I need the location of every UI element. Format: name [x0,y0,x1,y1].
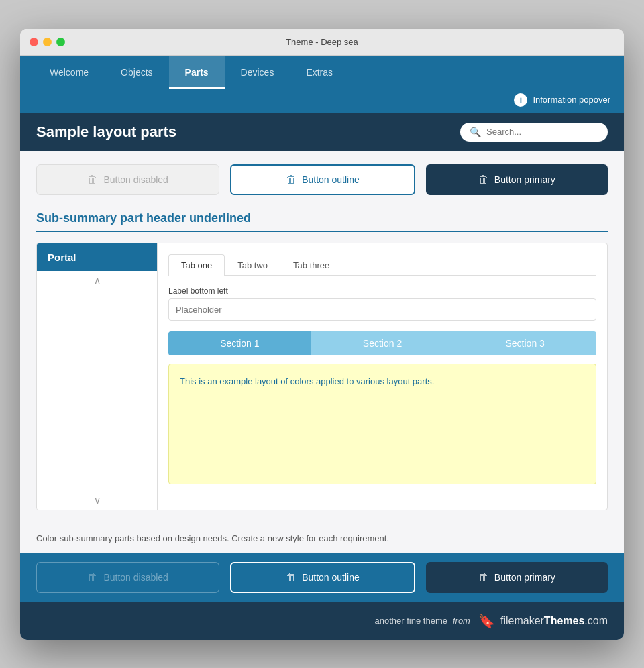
header-bar: Sample layout parts 🔍 [20,113,624,151]
field-input[interactable] [168,298,596,321]
sections-row: Section 1 Section 2 Section 3 [168,331,596,355]
search-icon: 🔍 [470,127,481,137]
yellow-note: This is an example layout of colors appl… [168,364,596,484]
main-panel: Portal ∧ ∨ Tab one Tab two Tab three [36,243,608,510]
right-panel: Tab one Tab two Tab three Label bottom l… [158,243,607,510]
portal-header: Portal [37,243,157,271]
brand-prefix: another fine theme [375,616,447,626]
titlebar: Theme - Deep sea [20,29,624,56]
info-bar: i Information popover [20,89,624,113]
section-2-button[interactable]: Section 2 [311,331,454,355]
brand-name: filemakerThemes.com [500,615,608,627]
section-1-button[interactable]: Section 1 [168,331,311,355]
description-text: Color sub-summary parts based on design … [20,524,624,553]
nav-tab-extras[interactable]: Extras [290,56,349,89]
brand-from: from [453,616,470,626]
tabs-bar: Tab one Tab two Tab three [168,254,596,276]
top-buttons-row: 🗑 Button disabled 🗑 Button outline 🗑 But… [36,164,608,195]
tab-one[interactable]: Tab one [168,254,225,276]
field-label: Label bottom left [168,286,596,296]
brand-logo-icon: 🔖 [478,613,495,629]
button-outline-top[interactable]: 🗑 Button outline [230,164,415,195]
trash-icon-outline: 🗑 [286,174,297,186]
section-3-button[interactable]: Section 3 [453,331,596,355]
search-input[interactable] [486,127,598,137]
trash-icon-primary: 🗑 [478,174,489,186]
trash-icon-outline-bottom: 🗑 [286,571,297,583]
portal-body [37,290,157,491]
button-primary-bottom[interactable]: 🗑 Button primary [426,562,608,593]
button-outline-bottom[interactable]: 🗑 Button outline [230,562,415,593]
nav-tab-objects[interactable]: Objects [105,56,168,89]
footer-brand: another fine theme from 🔖 filemakerTheme… [20,602,624,640]
button-primary-top[interactable]: 🗑 Button primary [426,164,608,195]
tab-two[interactable]: Tab two [225,254,280,276]
portal-sidebar: Portal ∧ ∨ [37,243,158,510]
footer-buttons-bar: 🗑 Button disabled 🗑 Button outline 🗑 But… [20,553,624,602]
trash-icon-primary-bottom: 🗑 [478,571,489,583]
maximize-button[interactable] [56,38,65,46]
portal-scroll-up[interactable]: ∧ [37,271,157,290]
info-label: Information popover [533,95,610,105]
close-button[interactable] [30,38,38,46]
portal-scroll-down[interactable]: ∨ [37,491,157,510]
search-box: 🔍 [460,123,608,142]
page-title: Sample layout parts [36,123,176,141]
info-icon[interactable]: i [514,93,527,107]
app-window: Theme - Deep sea Welcome Objects Parts D… [20,29,624,640]
nav-tab-parts[interactable]: Parts [169,56,225,89]
nav-tabs: Welcome Objects Parts Devices Extras [20,56,624,89]
subsummary-header: Sub-summary part header underlined [36,211,608,232]
minimize-button[interactable] [43,38,52,46]
trash-icon-disabled-bottom: 🗑 [87,571,98,583]
button-disabled-top: 🗑 Button disabled [36,164,219,195]
nav-tab-welcome[interactable]: Welcome [34,56,105,89]
content-area: 🗑 Button disabled 🗑 Button outline 🗑 But… [20,151,624,524]
nav-tab-devices[interactable]: Devices [225,56,290,89]
yellow-note-text: This is an example layout of colors appl… [180,375,585,388]
trash-icon-disabled: 🗑 [87,174,98,186]
traffic-lights [30,38,65,46]
button-disabled-bottom: 🗑 Button disabled [36,562,219,593]
top-nav: Welcome Objects Parts Devices Extras i I… [20,56,624,113]
window-title: Theme - Deep sea [286,37,358,47]
tab-three[interactable]: Tab three [280,254,342,276]
